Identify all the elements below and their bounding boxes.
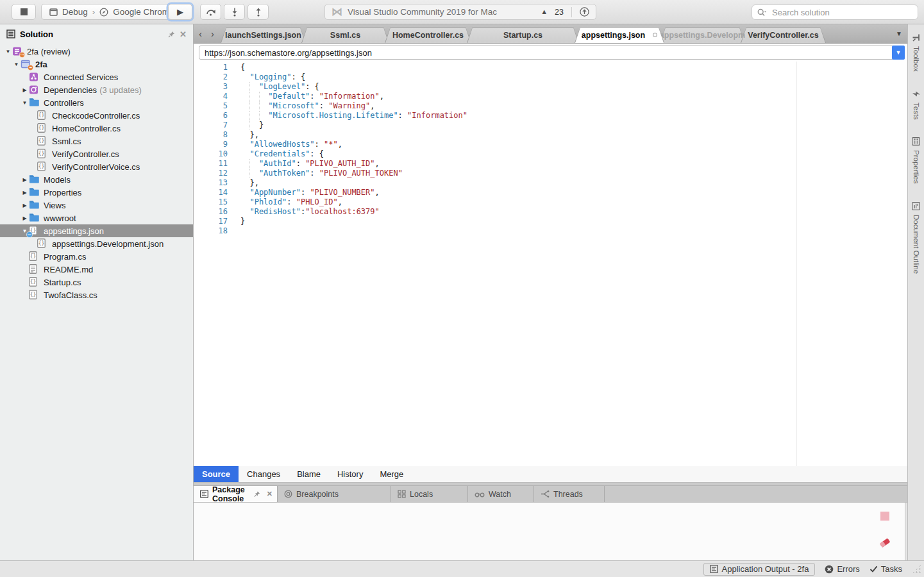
expander-icon[interactable]: ▼ <box>4 49 12 54</box>
expander-icon[interactable]: ▼ <box>21 100 29 106</box>
pin-icon[interactable] <box>168 31 175 38</box>
tree-item-verifycontrollervoice-cs[interactable]: {}VerifyControllerVoice.cs <box>0 160 193 173</box>
indent-guide <box>240 207 249 216</box>
schema-url-input[interactable] <box>199 48 892 58</box>
console-stop-icon[interactable] <box>880 512 889 521</box>
panel-tab-threads[interactable]: Threads <box>534 486 605 502</box>
errors-button[interactable]: Errors <box>825 564 859 574</box>
view-tab-history[interactable]: History <box>329 466 371 482</box>
tree-item-appsettings-development-json[interactable]: {}appsettings.Development.json <box>0 237 193 250</box>
tree-item-label: Dependencies <box>44 85 97 95</box>
line-number: 14 <box>194 188 228 197</box>
warning-count[interactable]: 23 <box>555 8 564 17</box>
tree-item-checkcodecontroller-cs[interactable]: {}CheckcodeController.cs <box>0 109 193 122</box>
close-icon[interactable]: ✕ <box>180 30 187 38</box>
tree-item-controllers[interactable]: ▼Controllers <box>0 96 193 109</box>
expander-icon[interactable]: ▶ <box>21 87 29 93</box>
dock-item-tests[interactable]: Tests <box>912 90 920 120</box>
indent-guide <box>240 121 249 130</box>
view-tab-merge[interactable]: Merge <box>371 466 412 482</box>
code-editor[interactable]: 123456789101112131415161718 {"Logging": … <box>194 62 907 466</box>
tree-item-twofaclass-cs[interactable]: {}TwofaClass.cs <box>0 288 193 301</box>
indent-guide <box>240 178 249 187</box>
browser-icon <box>99 8 108 17</box>
nav-forward-icon[interactable]: › <box>211 29 214 38</box>
play-button[interactable]: ▶ <box>168 4 192 20</box>
tab-list-dropdown-icon[interactable]: ▼ <box>896 30 902 37</box>
tree-item-homecontroller-cs[interactable]: {}HomeController.cs <box>0 122 193 135</box>
resize-grip[interactable] <box>912 564 921 574</box>
indent-guide <box>259 111 268 120</box>
tree-item-properties[interactable]: ▶Properties <box>0 186 193 199</box>
run-configuration-selector[interactable]: Debug › Google Chrome <box>41 4 183 20</box>
tree-item-views[interactable]: ▶Views <box>0 199 193 212</box>
view-tab-label: Blame <box>297 469 321 479</box>
nav-back-icon[interactable]: ‹ <box>199 29 202 38</box>
tree-item-2fa-review-[interactable]: ▼2fa (review) <box>0 45 193 58</box>
line-number: 2 <box>194 72 228 82</box>
search-input[interactable] <box>771 7 912 18</box>
expander-icon[interactable]: ▶ <box>21 177 29 183</box>
stop-button[interactable] <box>12 4 36 20</box>
editor-view-switcher: SourceChangesBlameHistoryMerge <box>194 466 907 482</box>
feedback-button[interactable] <box>580 7 589 17</box>
code-file-icon: {} <box>37 162 48 172</box>
panel-tab-watch[interactable]: Watch <box>468 486 534 502</box>
tree-item-ssml-cs[interactable]: {}Ssml.cs <box>0 135 193 147</box>
dock-item-properties[interactable]: Properties <box>912 137 920 183</box>
tree-item-verifycontroller-cs[interactable]: {}VerifyController.cs <box>0 147 193 160</box>
line-number: 13 <box>194 178 228 188</box>
expander-icon[interactable]: ▶ <box>21 190 29 196</box>
json-key: "AllowedHosts" <box>249 140 314 149</box>
document-tab-bar: ‹ › launchSettings.jsonSsml.csHomeContro… <box>194 24 907 44</box>
panel-tab-breakpoints[interactable]: Breakpoints <box>278 486 391 502</box>
tree-item-2fa[interactable]: ▼2fa <box>0 58 193 71</box>
close-icon[interactable]: ✕ <box>267 490 273 498</box>
step-out-button[interactable] <box>248 4 269 20</box>
tree-item-wwwroot[interactable]: ▶wwwroot <box>0 212 193 224</box>
tree-item-connected-services[interactable]: Connected Services <box>0 71 193 83</box>
tab-startup-cs[interactable]: Startup.cs <box>467 27 579 43</box>
tasks-button[interactable]: Tasks <box>869 564 902 574</box>
expander-icon[interactable]: ▶ <box>21 203 29 208</box>
tab-ssml-cs[interactable]: Ssml.cs <box>301 27 389 43</box>
tab-launchsettings-json[interactable]: launchSettings.json <box>221 27 306 43</box>
view-tab-source[interactable]: Source <box>194 466 239 482</box>
step-over-button[interactable] <box>200 4 221 20</box>
view-tab-changes[interactable]: Changes <box>239 466 289 482</box>
tab-appsettings-developm[interactable]: appsettings.Developm <box>660 27 745 43</box>
tab-appsettings-json[interactable]: appsettings.json <box>575 27 664 43</box>
schema-url-bar: ▼ <box>199 46 905 60</box>
line-number: 17 <box>194 217 228 226</box>
step-into-button[interactable] <box>224 4 245 20</box>
dock-item-document-outline[interactable]: Document Outline <box>912 202 920 274</box>
schema-url-dropdown[interactable]: ▼ <box>892 46 905 60</box>
tree-item-startup-cs[interactable]: {}Startup.cs <box>0 276 193 288</box>
tree-item-models[interactable]: ▶Models <box>0 173 193 186</box>
tab-verifycontroller-cs[interactable]: VerifyController.cs <box>741 27 826 43</box>
view-tab-blame[interactable]: Blame <box>289 466 329 482</box>
expander-icon[interactable]: ▶ <box>21 215 29 221</box>
console-clear-icon[interactable] <box>879 537 891 548</box>
tab-homecontroller-cs[interactable]: HomeController.cs <box>385 27 471 43</box>
pin-icon[interactable] <box>254 490 260 498</box>
application-output-button[interactable]: Application Output - 2fa <box>703 563 816 576</box>
divider <box>571 7 572 17</box>
package-console-content[interactable] <box>194 503 905 560</box>
tree-item-program-cs[interactable]: {}Program.cs <box>0 250 193 263</box>
json-punctuation: : <box>319 101 328 110</box>
tree-item-dependencies[interactable]: ▶Dependencies(3 updates) <box>0 83 193 96</box>
dock-item-toolbox[interactable]: Toolbox <box>912 33 920 72</box>
code-line: "AppNumber": "PLIVO_NUMBER", <box>240 188 467 197</box>
search-solution-box[interactable] <box>752 4 918 20</box>
tree-item-readme-md[interactable]: README.md <box>0 263 193 276</box>
solution-pad-header: Solution ✕ <box>0 24 193 44</box>
orange-badge-icon <box>28 65 33 71</box>
expander-icon[interactable]: ▼ <box>12 62 21 67</box>
json-string: "PLIVO_AUTH_TOKEN" <box>319 169 403 178</box>
panel-tab-locals[interactable]: Locals <box>391 486 468 502</box>
panel-tab-package-console[interactable]: Package Console✕ <box>194 486 278 502</box>
tree-item-appsettings-json[interactable]: ▼{}appsettings.json <box>0 224 193 237</box>
json-key: "RedisHost" <box>249 207 300 216</box>
view-tab-label: History <box>337 469 363 479</box>
